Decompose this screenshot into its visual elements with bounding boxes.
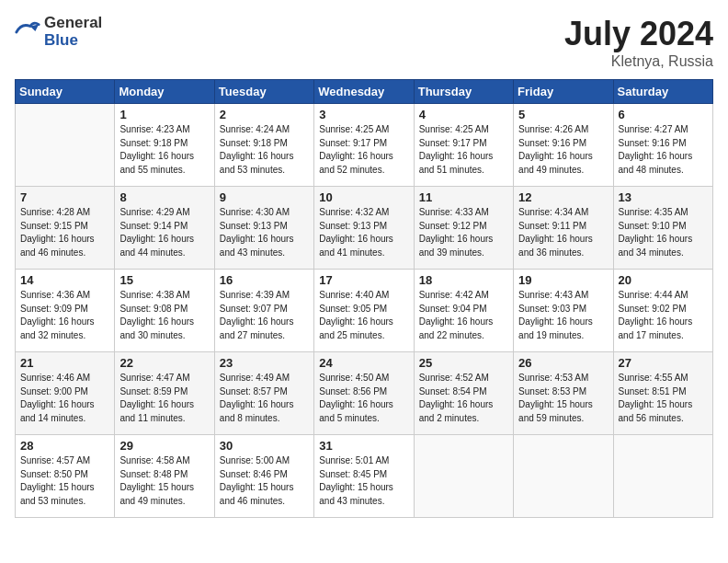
day-number: 19 xyxy=(518,273,608,287)
day-info: Sunrise: 4:47 AMSunset: 8:59 PMDaylight:… xyxy=(119,372,209,425)
day-cell: 18Sunrise: 4:42 AMSunset: 9:04 PMDayligh… xyxy=(414,270,513,352)
day-info: Sunrise: 4:32 AMSunset: 9:13 PMDaylight:… xyxy=(319,206,408,259)
day-number: 12 xyxy=(518,190,608,204)
day-number: 24 xyxy=(319,356,408,370)
calendar-title: July 2024 xyxy=(564,15,713,53)
day-cell: 11Sunrise: 4:33 AMSunset: 9:12 PMDayligh… xyxy=(414,187,513,270)
day-number: 2 xyxy=(220,108,309,121)
day-info: Sunrise: 4:52 AMSunset: 8:54 PMDaylight:… xyxy=(419,372,508,425)
day-number: 9 xyxy=(220,190,309,204)
day-number: 7 xyxy=(20,190,109,204)
day-number: 20 xyxy=(619,273,708,287)
header-thursday: Thursday xyxy=(414,80,513,104)
day-cell: 24Sunrise: 4:50 AMSunset: 8:56 PMDayligh… xyxy=(314,352,414,435)
header-tuesday: Tuesday xyxy=(214,80,313,104)
day-number: 6 xyxy=(619,108,708,121)
day-cell: 27Sunrise: 4:55 AMSunset: 8:51 PMDayligh… xyxy=(613,352,712,435)
calendar-location: Kletnya, Russia xyxy=(564,53,713,70)
logo: General Blue xyxy=(15,15,102,49)
day-number: 15 xyxy=(119,273,209,287)
week-row-5: 28Sunrise: 4:57 AMSunset: 8:50 PMDayligh… xyxy=(16,435,713,518)
day-number: 14 xyxy=(20,273,109,287)
day-info: Sunrise: 4:38 AMSunset: 9:08 PMDaylight:… xyxy=(119,289,209,342)
day-number: 11 xyxy=(419,190,508,204)
logo-icon xyxy=(15,19,40,45)
day-info: Sunrise: 4:26 AMSunset: 9:16 PMDaylight:… xyxy=(518,123,608,177)
day-cell: 14Sunrise: 4:36 AMSunset: 9:09 PMDayligh… xyxy=(16,270,115,352)
day-info: Sunrise: 4:25 AMSunset: 9:17 PMDaylight:… xyxy=(419,123,508,177)
day-number: 3 xyxy=(319,108,408,121)
day-number: 28 xyxy=(20,439,109,453)
day-info: Sunrise: 4:29 AMSunset: 9:14 PMDaylight:… xyxy=(119,206,209,259)
day-number: 1 xyxy=(119,108,209,121)
day-cell: 30Sunrise: 5:00 AMSunset: 8:46 PMDayligh… xyxy=(214,435,313,518)
header-wednesday: Wednesday xyxy=(314,80,414,104)
logo-text: General Blue xyxy=(44,15,102,49)
day-cell: 15Sunrise: 4:38 AMSunset: 9:08 PMDayligh… xyxy=(115,270,214,352)
day-cell: 13Sunrise: 4:35 AMSunset: 9:10 PMDayligh… xyxy=(613,187,712,270)
header-saturday: Saturday xyxy=(613,80,712,104)
week-row-1: 1Sunrise: 4:23 AMSunset: 9:18 PMDaylight… xyxy=(16,104,713,187)
header-monday: Monday xyxy=(115,80,214,104)
day-info: Sunrise: 4:42 AMSunset: 9:04 PMDaylight:… xyxy=(419,289,508,342)
day-number: 17 xyxy=(319,273,408,287)
day-cell: 16Sunrise: 4:39 AMSunset: 9:07 PMDayligh… xyxy=(214,270,313,352)
week-row-4: 21Sunrise: 4:46 AMSunset: 9:00 PMDayligh… xyxy=(16,352,713,435)
day-number: 23 xyxy=(220,356,309,370)
day-cell: 10Sunrise: 4:32 AMSunset: 9:13 PMDayligh… xyxy=(314,187,414,270)
day-cell: 23Sunrise: 4:49 AMSunset: 8:57 PMDayligh… xyxy=(214,352,313,435)
header-sunday: Sunday xyxy=(16,80,115,104)
day-cell: 5Sunrise: 4:26 AMSunset: 9:16 PMDaylight… xyxy=(514,104,613,187)
day-info: Sunrise: 4:30 AMSunset: 9:13 PMDaylight:… xyxy=(220,206,309,259)
day-cell: 21Sunrise: 4:46 AMSunset: 9:00 PMDayligh… xyxy=(16,352,115,435)
day-cell: 8Sunrise: 4:29 AMSunset: 9:14 PMDaylight… xyxy=(115,187,214,270)
day-cell: 12Sunrise: 4:34 AMSunset: 9:11 PMDayligh… xyxy=(514,187,613,270)
title-block: July 2024 Kletnya, Russia xyxy=(564,15,713,70)
day-cell: 31Sunrise: 5:01 AMSunset: 8:45 PMDayligh… xyxy=(314,435,414,518)
day-cell: 4Sunrise: 4:25 AMSunset: 9:17 PMDaylight… xyxy=(414,104,513,187)
day-number: 30 xyxy=(220,439,309,453)
day-info: Sunrise: 4:27 AMSunset: 9:16 PMDaylight:… xyxy=(619,123,708,177)
day-info: Sunrise: 4:43 AMSunset: 9:03 PMDaylight:… xyxy=(518,289,608,342)
day-number: 5 xyxy=(518,108,608,121)
day-info: Sunrise: 4:23 AMSunset: 9:18 PMDaylight:… xyxy=(119,123,209,177)
day-info: Sunrise: 4:33 AMSunset: 9:12 PMDaylight:… xyxy=(419,206,508,259)
logo-blue: Blue xyxy=(44,32,102,50)
week-row-2: 7Sunrise: 4:28 AMSunset: 9:15 PMDaylight… xyxy=(16,187,713,270)
day-number: 8 xyxy=(119,190,209,204)
page-header: General Blue July 2024 Kletnya, Russia xyxy=(15,15,713,70)
day-number: 29 xyxy=(119,439,209,453)
day-cell: 2Sunrise: 4:24 AMSunset: 9:18 PMDaylight… xyxy=(214,104,313,187)
day-info: Sunrise: 4:55 AMSunset: 8:51 PMDaylight:… xyxy=(619,372,708,425)
day-cell: 29Sunrise: 4:58 AMSunset: 8:48 PMDayligh… xyxy=(115,435,214,518)
day-info: Sunrise: 4:24 AMSunset: 9:18 PMDaylight:… xyxy=(220,123,309,177)
day-info: Sunrise: 4:36 AMSunset: 9:09 PMDaylight:… xyxy=(20,289,109,342)
day-number: 22 xyxy=(119,356,209,370)
day-number: 16 xyxy=(220,273,309,287)
day-info: Sunrise: 4:25 AMSunset: 9:17 PMDaylight:… xyxy=(319,123,408,177)
day-info: Sunrise: 4:39 AMSunset: 9:07 PMDaylight:… xyxy=(220,289,309,342)
day-cell: 28Sunrise: 4:57 AMSunset: 8:50 PMDayligh… xyxy=(16,435,115,518)
day-cell xyxy=(613,435,712,518)
day-number: 25 xyxy=(419,356,508,370)
day-info: Sunrise: 4:57 AMSunset: 8:50 PMDaylight:… xyxy=(20,454,109,508)
calendar-table: SundayMondayTuesdayWednesdayThursdayFrid… xyxy=(15,79,713,518)
day-info: Sunrise: 4:46 AMSunset: 9:00 PMDaylight:… xyxy=(20,372,109,425)
day-headers-row: SundayMondayTuesdayWednesdayThursdayFrid… xyxy=(16,80,713,104)
day-number: 27 xyxy=(619,356,708,370)
day-cell xyxy=(514,435,613,518)
day-cell xyxy=(414,435,513,518)
day-number: 26 xyxy=(518,356,608,370)
day-cell: 26Sunrise: 4:53 AMSunset: 8:53 PMDayligh… xyxy=(514,352,613,435)
day-cell: 17Sunrise: 4:40 AMSunset: 9:05 PMDayligh… xyxy=(314,270,414,352)
day-info: Sunrise: 4:40 AMSunset: 9:05 PMDaylight:… xyxy=(319,289,408,342)
day-number: 4 xyxy=(419,108,508,121)
day-number: 13 xyxy=(619,190,708,204)
day-info: Sunrise: 5:00 AMSunset: 8:46 PMDaylight:… xyxy=(220,454,309,508)
day-info: Sunrise: 4:44 AMSunset: 9:02 PMDaylight:… xyxy=(619,289,708,342)
header-friday: Friday xyxy=(514,80,613,104)
day-info: Sunrise: 5:01 AMSunset: 8:45 PMDaylight:… xyxy=(319,454,408,508)
day-info: Sunrise: 4:28 AMSunset: 9:15 PMDaylight:… xyxy=(20,206,109,259)
day-number: 10 xyxy=(319,190,408,204)
day-cell: 9Sunrise: 4:30 AMSunset: 9:13 PMDaylight… xyxy=(214,187,313,270)
